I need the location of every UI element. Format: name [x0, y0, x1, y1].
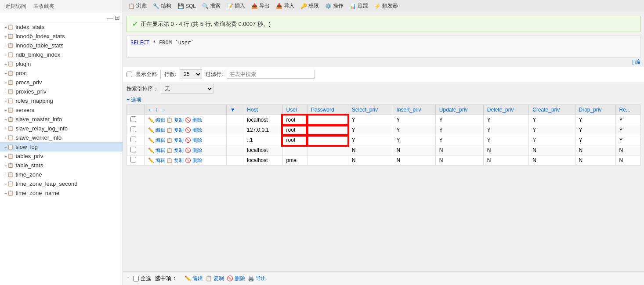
row-re: Y [615, 125, 640, 135]
edit-row-btn[interactable]: ✏️ 编辑 [148, 137, 165, 144]
sidebar-item-slow_log[interactable]: + 📋 slow_log [0, 142, 123, 152]
sidebar-item-slave_relay_log_info[interactable]: + 📋 slave_relay_log_info [0, 124, 123, 133]
status-icon: ✔ [132, 20, 138, 28]
rows-select[interactable]: 25 50 100 [180, 69, 202, 79]
toolbar-btn-导出[interactable]: 📤导出 [249, 1, 272, 11]
col-create-priv[interactable]: Create_priv [529, 105, 575, 115]
delete-row-btn[interactable]: 🚫 删除 [185, 127, 202, 133]
row-checkbox[interactable] [130, 157, 136, 162]
row-insert-priv: N [393, 145, 435, 155]
col-re[interactable]: Re... [615, 105, 640, 115]
bottom-action-复制[interactable]: 📋复制 [206, 275, 224, 282]
row-host: ::1 [243, 135, 282, 145]
sort-label: 按索引排序： [127, 85, 158, 93]
sidebar-item-proc[interactable]: + 📋 proc [0, 69, 123, 78]
sidebar-item-servers[interactable]: + 📋 servers [0, 105, 123, 115]
expand-item-icon: + [4, 89, 7, 94]
delete-row-btn[interactable]: 🚫 删除 [185, 137, 202, 144]
sidebar-tab-favorites[interactable]: 表收藏夹 [31, 2, 57, 11]
edit-row-btn[interactable]: ✏️ 编辑 [148, 117, 165, 123]
sidebar-item-slave_worker_info[interactable]: + 📋 slave_worker_info [0, 133, 123, 142]
row-checkbox[interactable] [130, 137, 136, 142]
bottom-action-导出[interactable]: 🖨️导出 [248, 275, 266, 282]
sidebar-item-innodb_index_stats[interactable]: + 📋 innodb_index_stats [0, 32, 123, 41]
select-all-checkbox-container[interactable]: 全选 [133, 275, 151, 282]
col-user[interactable]: User [282, 105, 307, 115]
table-icon: 📋 [7, 24, 14, 30]
col-update-priv[interactable]: Update_priv [435, 105, 483, 115]
col-nav[interactable]: ←↑→ [144, 105, 226, 115]
sidebar-item-procs_priv[interactable]: + 📋 procs_priv [0, 78, 123, 87]
row-empty-cell [226, 135, 243, 145]
sidebar-item-roles_mapping[interactable]: + 📋 roles_mapping [0, 96, 123, 105]
sidebar-item-slave_master_info[interactable]: + 📋 slave_master_info [0, 115, 123, 124]
toolbar-btn-插入[interactable]: 📝插入 [224, 1, 248, 11]
edit-row-btn[interactable]: ✏️ 编辑 [148, 157, 165, 164]
sidebar-item-label: time_zone [15, 171, 42, 178]
table-row: ✏️ 编辑 📋 复制 🚫 删除 localhost root Y Y Y Y Y… [127, 115, 640, 125]
copy-row-btn[interactable]: 📋 复制 [166, 137, 184, 144]
collapse-icon[interactable]: — [107, 14, 113, 21]
sort-select[interactable]: 无 [161, 84, 213, 94]
table-icon: 📋 [7, 153, 14, 159]
copy-row-btn[interactable]: 📋 复制 [166, 127, 184, 133]
toolbar-btn-触发器[interactable]: ⚡触发器 [372, 1, 401, 11]
delete-row-btn[interactable]: 🚫 删除 [185, 157, 202, 164]
edit-row-btn[interactable]: ✏️ 编辑 [148, 147, 165, 154]
sidebar-item-time_zone[interactable]: + 📋 time_zone [0, 170, 123, 179]
filter-input[interactable] [227, 70, 315, 79]
bottom-actions: ✏️编辑📋复制🚫删除🖨️导出 [185, 275, 266, 282]
action-label: 编辑 [192, 275, 203, 282]
copy-row-btn[interactable]: 📋 复制 [166, 117, 184, 123]
row-drop-priv: Y [575, 135, 615, 145]
select-all-checkbox[interactable] [133, 276, 139, 281]
delete-row-btn[interactable]: 🚫 删除 [185, 117, 202, 123]
expand-icon[interactable]: ⊞ [115, 14, 120, 21]
table-icon: 📋 [7, 107, 14, 113]
toolbar-btn-导入[interactable]: 📥导入 [273, 1, 297, 11]
col-drop-priv[interactable]: Drop_priv [575, 105, 615, 115]
bottom-action-删除[interactable]: 🚫删除 [227, 275, 245, 282]
col-delete-priv[interactable]: Delete_priv [483, 105, 529, 115]
row-create-priv: N [529, 155, 575, 166]
sidebar-item-plugin[interactable]: + 📋 plugin [0, 59, 123, 69]
bottom-action-编辑[interactable]: ✏️编辑 [185, 275, 203, 282]
col-host[interactable]: Host [243, 105, 282, 115]
col-insert-priv[interactable]: Insert_priv [393, 105, 435, 115]
sidebar-tab-recent[interactable]: 近期访问 [3, 2, 29, 11]
toolbar-btn-浏览[interactable]: 📋浏览 [126, 1, 149, 11]
sidebar-item-time_zone_leap_second[interactable]: + 📋 time_zone_leap_second [0, 179, 123, 188]
sidebar-item-ndb_binlog_index[interactable]: + 📋 ndb_binlog_index [0, 50, 123, 59]
sidebar-item-innodb_table_stats[interactable]: + 📋 innodb_table_stats [0, 41, 123, 50]
edit-link[interactable]: [ 编 [127, 58, 640, 66]
sidebar-item-tables_priv[interactable]: + 📋 tables_priv [0, 152, 123, 161]
toolbar-btn-结构[interactable]: 🔧结构 [150, 1, 174, 11]
col-select-priv[interactable]: Select_priv [348, 105, 393, 115]
row-checkbox[interactable] [130, 116, 136, 122]
sidebar-item-proxies_priv[interactable]: + 📋 proxies_priv [0, 87, 123, 96]
toolbar-btn-SQL[interactable]: 💾SQL [175, 2, 199, 10]
delete-row-btn[interactable]: 🚫 删除 [185, 147, 202, 154]
toolbar-btn-追踪[interactable]: 📊追踪 [347, 1, 371, 11]
col-password[interactable]: Password [307, 105, 348, 115]
copy-row-btn[interactable]: 📋 复制 [166, 147, 184, 154]
sidebar-item-time_zone_name[interactable]: + 📋 time_zone_name [0, 188, 123, 198]
item-icon-group: + 📋 [4, 172, 14, 177]
copy-row-btn[interactable]: 📋 复制 [166, 157, 184, 164]
row-drop-priv: Y [575, 115, 615, 125]
show-all-checkbox[interactable] [127, 72, 132, 77]
sidebar-item-index_stats[interactable]: + 📋 index_stats [0, 22, 123, 32]
table-row: ✏️ 编辑 📋 复制 🚫 删除 ::1 root Y Y Y Y Y Y Y [127, 135, 640, 145]
row-delete-priv: Y [483, 115, 529, 125]
row-checkbox[interactable] [130, 147, 136, 152]
edit-row-btn[interactable]: ✏️ 编辑 [148, 127, 165, 133]
toolbar-btn-权限[interactable]: 🔑权限 [298, 1, 322, 11]
sidebar-item-table_stats[interactable]: + 📋 table_stats [0, 161, 123, 170]
toolbar-btn-操作[interactable]: ⚙️操作 [322, 1, 346, 11]
col-filter[interactable]: ▼ [226, 105, 243, 115]
row-checkbox[interactable] [130, 126, 136, 132]
options-link[interactable]: + 选项 [123, 95, 644, 105]
action-icon: 📋 [206, 275, 212, 281]
status-message: 正在显示第 0 - 4 行 (共 5 行, 查询花费 0.0007 秒。) [141, 20, 271, 28]
toolbar-btn-搜索[interactable]: 🔍搜索 [199, 1, 223, 11]
